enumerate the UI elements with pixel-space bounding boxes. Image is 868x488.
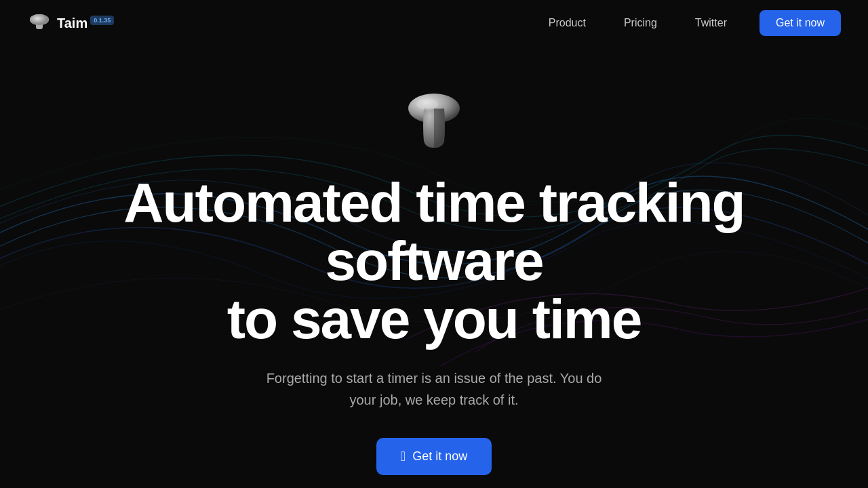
nav-twitter[interactable]: Twitter xyxy=(679,12,743,35)
logo-link[interactable]: Taim 0.1.35 xyxy=(27,11,114,35)
hero-get-it-now-button[interactable]:  Get it now xyxy=(376,438,492,475)
hero-section: Automated time tracking software to save… xyxy=(0,46,868,488)
svg-point-4 xyxy=(416,99,438,110)
hero-title: Automated time tracking software to save… xyxy=(61,174,807,348)
logo-icon xyxy=(27,11,52,35)
navbar: Taim 0.1.35 Product Pricing Twitter Get … xyxy=(0,0,868,46)
hero-subtitle: Forgetting to start a timer is an issue … xyxy=(264,367,604,411)
brand-name: Taim xyxy=(57,16,87,31)
svg-point-2 xyxy=(30,14,49,25)
hero-cta-label: Get it now xyxy=(412,449,467,464)
nav-product[interactable]: Product xyxy=(532,12,602,35)
nav-get-it-now-button[interactable]: Get it now xyxy=(760,10,841,36)
hero-logo-icon xyxy=(403,87,465,155)
apple-icon:  xyxy=(401,449,406,464)
nav-links: Product Pricing Twitter Get it now xyxy=(532,10,841,36)
version-badge: 0.1.35 xyxy=(90,16,114,25)
nav-pricing[interactable]: Pricing xyxy=(608,12,673,35)
